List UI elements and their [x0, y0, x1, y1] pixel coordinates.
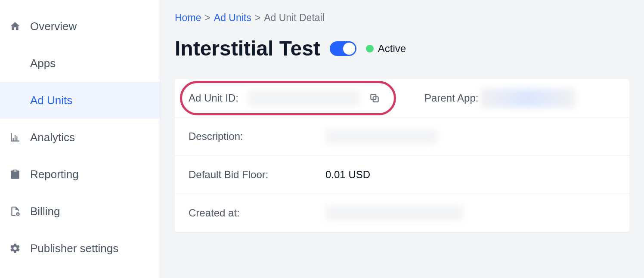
- breadcrumb-separator: >: [255, 12, 260, 24]
- sidebar-item-label: Billing: [30, 205, 60, 218]
- detail-card: Ad Unit ID: Parent App:: [175, 79, 629, 232]
- parent-app-label: Parent App:: [399, 79, 480, 117]
- status-badge: Active: [366, 43, 406, 55]
- description-label: Description:: [175, 117, 325, 155]
- sidebar-item-label: Apps: [30, 57, 56, 70]
- gear-icon: [9, 243, 30, 254]
- breadcrumb-separator: >: [204, 12, 210, 24]
- status-text: Active: [378, 43, 406, 55]
- sidebar-item-billing[interactable]: Billing: [0, 193, 160, 230]
- sidebar-item-label: Ad Units: [30, 94, 72, 107]
- sidebar-item-overview[interactable]: Overview: [0, 8, 160, 45]
- sidebar-item-ad-units[interactable]: Ad Units: [0, 82, 160, 119]
- app-root: Overview Apps Ad Units Analytics Reporti…: [0, 0, 644, 278]
- analytics-icon: [9, 132, 30, 143]
- active-toggle[interactable]: [330, 41, 356, 56]
- detail-row-id: Ad Unit ID: Parent App:: [175, 79, 629, 117]
- sidebar-item-label: Analytics: [30, 131, 75, 144]
- toggle-knob: [343, 43, 355, 55]
- title-row: Interstitial Test Active: [175, 37, 629, 60]
- detail-row-description: Description:: [175, 117, 629, 156]
- redacted-value: [325, 205, 463, 221]
- billing-icon: [9, 206, 30, 217]
- created-at-value: [325, 194, 463, 232]
- redacted-value: [325, 129, 437, 144]
- breadcrumb-home[interactable]: Home: [175, 12, 201, 24]
- sidebar-item-reporting[interactable]: Reporting: [0, 156, 160, 193]
- clipboard-icon: [9, 169, 30, 180]
- sidebar-item-label: Reporting: [30, 168, 79, 181]
- main-content: Home > Ad Units > Ad Unit Detail Interst…: [160, 0, 644, 278]
- sidebar-item-label: Publisher settings: [30, 242, 118, 255]
- detail-row-created-at: Created at:: [175, 194, 629, 232]
- status-dot-icon: [366, 45, 374, 53]
- breadcrumb-section[interactable]: Ad Units: [214, 12, 251, 24]
- ad-unit-id-label: Ad Unit ID:: [175, 79, 248, 117]
- copy-icon: [369, 93, 380, 104]
- page-title: Interstitial Test: [175, 37, 320, 60]
- redacted-value: [480, 89, 575, 108]
- bid-floor-label: Default Bid Floor:: [175, 156, 325, 194]
- copy-button[interactable]: [368, 91, 381, 105]
- detail-row-bid-floor: Default Bid Floor: 0.01 USD: [175, 156, 629, 194]
- sidebar: Overview Apps Ad Units Analytics Reporti…: [0, 0, 160, 278]
- ad-unit-id-value: [248, 79, 360, 117]
- description-value: [325, 117, 437, 155]
- created-at-label: Created at:: [175, 194, 325, 232]
- breadcrumb: Home > Ad Units > Ad Unit Detail: [175, 12, 629, 24]
- home-icon: [9, 21, 30, 32]
- breadcrumb-current: Ad Unit Detail: [264, 12, 325, 24]
- sidebar-item-analytics[interactable]: Analytics: [0, 119, 160, 156]
- redacted-value: [248, 90, 360, 106]
- sidebar-item-label: Overview: [30, 20, 77, 33]
- bid-floor-value: 0.01 USD: [325, 156, 370, 194]
- sidebar-item-publisher-settings[interactable]: Publisher settings: [0, 230, 160, 267]
- parent-app-value: [480, 79, 575, 117]
- sidebar-item-apps[interactable]: Apps: [0, 45, 160, 82]
